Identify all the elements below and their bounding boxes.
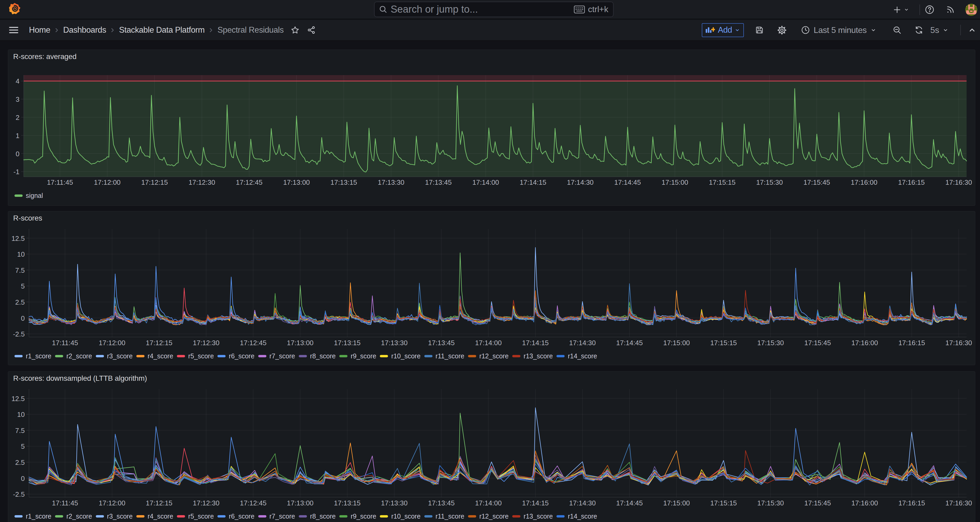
save-dashboard-button[interactable]	[755, 26, 764, 35]
timeseries-chart[interactable]: -2.502.557.51012.517:11:4517:12:0017:12:…	[8, 372, 975, 522]
x-axis-label: 17:14:15	[522, 499, 549, 507]
search-input[interactable]: Search or jump to... ctrl+k	[374, 2, 614, 17]
x-axis-label: 17:13:30	[378, 179, 404, 186]
x-axis-label: 17:12:15	[142, 179, 168, 186]
legend-item[interactable]: r1_score	[14, 512, 51, 520]
x-axis-label: 17:16:00	[851, 179, 877, 186]
timeseries-chart[interactable]: -2.502.557.51012.517:11:4517:12:0017:12:…	[8, 211, 975, 366]
breadcrumb-item[interactable]: Dashboards	[63, 25, 106, 35]
legend-label: r3_score	[107, 512, 133, 520]
legend-label: r1_score	[26, 512, 51, 520]
breadcrumb-item: Spectral Residuals	[218, 25, 283, 35]
legend-item[interactable]: r10_score	[380, 352, 420, 360]
legend-label: r2_score	[66, 352, 92, 360]
x-axis-label: 17:15:30	[757, 499, 784, 507]
y-axis-label: 12.5	[11, 395, 25, 402]
x-axis-label: 17:13:15	[334, 339, 361, 347]
news-button[interactable]	[946, 5, 955, 14]
time-range-picker[interactable]: Last 5 minutes	[801, 25, 877, 35]
legend-label: r10_score	[391, 352, 420, 360]
legend-item[interactable]: r14_score	[557, 512, 597, 520]
legend-item[interactable]: r11_score	[424, 512, 465, 520]
legend-swatch	[468, 515, 476, 517]
x-axis-label: 17:16:00	[851, 339, 878, 347]
favorite-button[interactable]	[291, 26, 299, 35]
breadcrumb-item[interactable]: Home	[29, 25, 50, 35]
y-axis-label: 2.5	[15, 458, 25, 466]
x-axis-label: 17:11:45	[47, 179, 73, 186]
x-axis-label: 17:15:45	[804, 499, 831, 507]
legend-item[interactable]: r13_score	[512, 512, 553, 520]
legend-item[interactable]: r13_score	[512, 352, 553, 360]
y-axis-label: 12.5	[11, 235, 25, 243]
x-axis-label: 17:15:15	[709, 179, 735, 186]
y-axis-label: -2.5	[13, 490, 25, 498]
legend-item[interactable]: r14_score	[557, 352, 597, 360]
y-axis-label: -1	[13, 168, 19, 176]
x-axis-label: 17:12:45	[240, 499, 266, 507]
dashboard-settings-button[interactable]	[777, 25, 787, 35]
legend-item[interactable]: r11_score	[424, 352, 465, 360]
add-button-label: Add	[718, 25, 732, 35]
legend-item[interactable]: r8_score	[299, 512, 336, 520]
legend-item[interactable]: r9_score	[339, 352, 376, 360]
y-axis-label: 2.5	[15, 298, 25, 306]
legend-item[interactable]: r5_score	[177, 352, 214, 360]
legend-item[interactable]: r6_score	[218, 512, 254, 520]
x-axis-label: 17:13:15	[330, 179, 357, 186]
legend-item[interactable]: r12_score	[468, 352, 509, 360]
legend-item[interactable]: r2_score	[55, 512, 92, 520]
legend-swatch	[55, 515, 63, 517]
x-axis-label: 17:15:15	[710, 339, 737, 347]
refresh-picker[interactable]: 5s	[915, 25, 949, 35]
x-axis-label: 17:15:00	[663, 339, 690, 347]
legend-item[interactable]: r7_score	[258, 512, 295, 520]
x-axis-label: 17:14:00	[475, 499, 502, 507]
x-axis-label: 17:13:00	[287, 339, 313, 347]
legend-item[interactable]: r8_score	[299, 352, 336, 360]
series-r6_score	[29, 267, 967, 323]
collapse-toolbar-button[interactable]	[968, 26, 976, 34]
legend-item[interactable]: r3_score	[96, 512, 133, 520]
search-placeholder: Search or jump to...	[391, 4, 574, 15]
legend-swatch	[96, 515, 104, 517]
legend-item[interactable]: r3_score	[96, 352, 133, 360]
menu-icon[interactable]	[8, 24, 19, 36]
legend-item[interactable]: r4_score	[136, 352, 173, 360]
legend-item[interactable]: r10_score	[380, 512, 420, 520]
legend-label: r2_score	[66, 512, 92, 520]
legend-item[interactable]: signal	[14, 192, 43, 200]
x-axis-label: 17:13:30	[381, 339, 407, 347]
legend-item[interactable]: r4_score	[136, 512, 173, 520]
chevron-right-icon	[109, 27, 116, 34]
grafana-logo[interactable]	[8, 2, 21, 14]
x-axis-label: 17:15:15	[710, 499, 737, 507]
legend-item[interactable]: r5_score	[177, 512, 214, 520]
avatar-image	[965, 4, 977, 16]
legend-label: r4_score	[148, 352, 173, 360]
help-button[interactable]	[925, 5, 934, 14]
legend-item[interactable]: r12_score	[468, 512, 509, 520]
legend-item[interactable]: r7_score	[258, 352, 295, 360]
legend-item[interactable]: r1_score	[14, 352, 51, 360]
new-button[interactable]	[892, 5, 909, 14]
legend-item[interactable]: r2_score	[55, 352, 92, 360]
share-button[interactable]	[307, 26, 316, 35]
breadcrumb-item[interactable]: Stackable Data Platform	[119, 25, 205, 35]
user-avatar[interactable]	[965, 4, 977, 16]
chevron-right-icon	[53, 27, 60, 34]
chevron-up-icon	[968, 26, 976, 34]
zoom-out-button[interactable]	[892, 26, 902, 35]
legend-item[interactable]: r9_score	[339, 512, 376, 520]
x-axis-label: 17:12:00	[94, 179, 121, 186]
y-axis-label: 0	[16, 150, 19, 158]
legend-item[interactable]: r6_score	[218, 352, 254, 360]
legend-label: r6_score	[229, 352, 254, 360]
chevron-right-icon	[208, 27, 214, 34]
x-axis-label: 17:16:30	[945, 499, 972, 507]
add-button[interactable]: Add	[702, 23, 744, 37]
x-axis-label: 17:12:15	[146, 339, 172, 347]
series-r2_score	[29, 413, 967, 484]
timeseries-chart[interactable]: -10123417:11:4517:12:0017:12:1517:12:301…	[8, 50, 975, 206]
legend-label: r5_score	[188, 352, 214, 360]
